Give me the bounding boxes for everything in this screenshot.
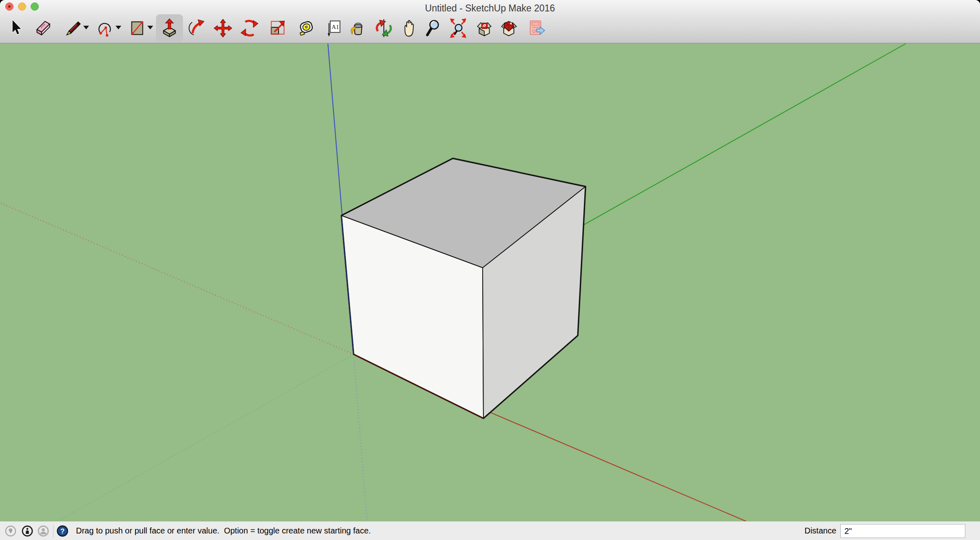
tool-text[interactable]: A1 [323,16,344,41]
window-title: Untitled - SketchUp Make 2016 [0,3,980,14]
window-header: Untitled - SketchUp Make 2016 pink [0,0,980,43]
tool-rotate[interactable] [239,16,260,41]
paint-bucket-icon [348,17,368,39]
line-dropdown-arrow[interactable] [83,26,89,29]
tool-paint-bucket[interactable] [347,16,369,41]
orbit-icon [374,17,394,39]
status-message: Drag to push or pull face or enter value… [76,526,371,536]
zoom-magnifier-icon [423,17,443,39]
rectangle-icon [127,17,147,39]
tool-get-models[interactable] [473,16,494,41]
distance-label: Distance [804,526,836,536]
tool-move[interactable] [212,16,234,41]
tool-zoom-extents[interactable] [448,16,469,41]
sign-in-icon[interactable] [37,525,49,537]
sketchup-window: Untitled - SketchUp Make 2016 pink [0,0,980,540]
tool-extension-warehouse[interactable] [498,16,519,41]
extension-warehouse-gem-icon [499,17,519,39]
tool-follow-me[interactable] [186,16,207,41]
status-separator [53,525,53,537]
tool-tape-measure[interactable] [296,16,317,41]
send-to-layout-icon [526,17,546,39]
tape-measure-icon [297,17,316,39]
tool-select[interactable] [5,16,26,41]
help-icon[interactable]: ? [56,525,69,537]
tool-eraser[interactable]: pink [32,16,53,41]
push-pull-icon [160,17,179,39]
shapes-dropdown-arrow[interactable] [147,26,153,29]
tool-scale[interactable] [267,16,288,41]
tool-send-to-layout[interactable] [525,16,546,41]
get-models-box-icon [474,17,494,39]
move-icon [213,17,233,39]
tool-push-pull[interactable] [159,16,180,41]
credits-icon[interactable] [21,525,33,537]
tool-orbit[interactable] [373,16,394,41]
scale-icon [267,17,287,39]
tool-pan[interactable] [398,16,419,41]
tool-line[interactable] [62,16,83,41]
arc-icon [95,17,115,39]
3d-viewport[interactable] [0,0,980,540]
zoom-extents-icon [448,17,468,39]
text-icon: A1 [324,17,343,39]
status-bar: ? Drag to push or pull face or enter val… [0,521,980,540]
rotate-icon [240,17,259,39]
arcs-dropdown-arrow[interactable] [116,26,121,29]
tool-arcs[interactable] [94,16,116,41]
tool-shapes[interactable] [127,16,148,41]
select-arrow-icon [6,17,25,39]
pan-hand-icon [399,17,418,39]
help-question-mark: ? [60,527,65,535]
text-tool-sample: A1 [332,24,339,30]
follow-me-icon [187,17,207,39]
distance-input[interactable] [840,524,965,538]
geolocation-icon[interactable] [4,525,17,537]
eraser-icon: pink [33,17,52,39]
pencil-icon [63,17,82,39]
tool-zoom[interactable] [422,16,443,41]
